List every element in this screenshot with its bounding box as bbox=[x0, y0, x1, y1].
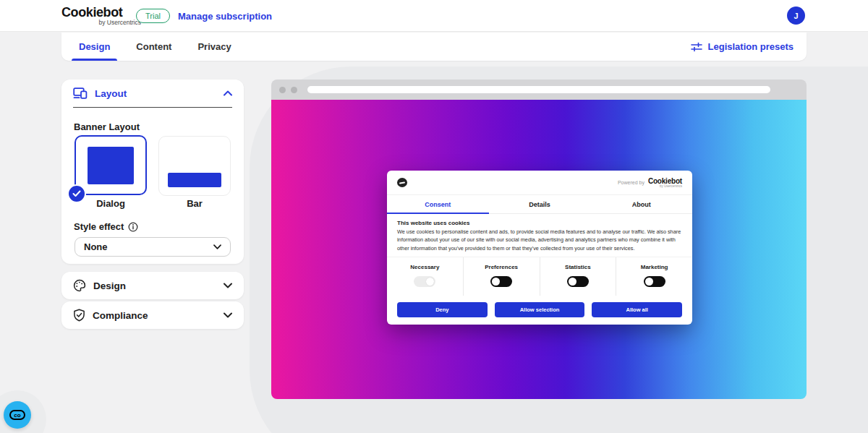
compliance-section-title: Compliance bbox=[93, 310, 224, 321]
layout-section-header[interactable]: Layout bbox=[61, 80, 244, 107]
shield-check-icon bbox=[73, 309, 85, 322]
chevron-down-icon bbox=[224, 312, 232, 318]
legislation-presets-button[interactable]: Legislation presets bbox=[691, 33, 793, 61]
consent-buttons: Deny Allow selection Allow all bbox=[387, 296, 692, 317]
banner-layout-option-bar[interactable] bbox=[158, 136, 231, 196]
consent-description: We use cookies to personalise content an… bbox=[397, 228, 682, 252]
category-label: Marketing bbox=[641, 264, 668, 270]
banner-layout-label: Banner Layout bbox=[74, 121, 140, 132]
chevron-down-icon bbox=[224, 283, 232, 288]
brand-name: Cookiebot bbox=[61, 5, 141, 20]
legislation-presets-label: Legislation presets bbox=[708, 41, 793, 52]
palette-icon bbox=[73, 279, 86, 292]
top-header: Cookiebot by Usercentrics Trial Manage s… bbox=[0, 0, 868, 32]
consent-body: This website uses cookies We use cookies… bbox=[387, 214, 692, 257]
trial-badge: Trial bbox=[136, 9, 170, 23]
chevron-up-icon bbox=[224, 90, 232, 96]
category-label: Preferences bbox=[485, 264, 518, 270]
category-statistics: Statistics bbox=[540, 257, 617, 296]
allow-all-button[interactable]: Allow all bbox=[592, 302, 682, 317]
statistics-toggle[interactable] bbox=[567, 276, 589, 287]
cookiebot-widget-button[interactable]: co bbox=[4, 401, 31, 429]
cookie-logo-icon bbox=[397, 178, 407, 187]
consent-tabs: Consent Details About bbox=[387, 195, 692, 214]
layout-section-card: Layout Banner Layout Dialog Bar Style ef… bbox=[61, 80, 244, 264]
tab-content[interactable]: Content bbox=[123, 33, 184, 61]
banner-preview: Powered by Cookiebot by Usercentrics Con… bbox=[271, 80, 807, 399]
layout-section-title: Layout bbox=[95, 88, 224, 99]
layout-icon bbox=[73, 87, 88, 99]
section-divider bbox=[73, 107, 232, 108]
consent-tab-about[interactable]: About bbox=[590, 195, 692, 213]
dialog-option-label: Dialog bbox=[75, 198, 147, 209]
preferences-toggle[interactable] bbox=[490, 276, 512, 287]
category-label: Statistics bbox=[565, 264, 591, 270]
tab-design[interactable]: Design bbox=[66, 33, 123, 61]
design-section-title: Design bbox=[93, 280, 224, 291]
manage-subscription-link[interactable]: Manage subscription bbox=[178, 11, 272, 22]
user-avatar[interactable]: J bbox=[787, 7, 805, 25]
consent-tab-details[interactable]: Details bbox=[489, 195, 591, 213]
consent-tab-consent[interactable]: Consent bbox=[387, 195, 489, 213]
consent-heading: This website uses cookies bbox=[397, 220, 682, 226]
style-effect-dropdown[interactable]: None bbox=[75, 237, 231, 257]
nav-tabbar: Design Content Privacy Legislation prese… bbox=[61, 33, 807, 61]
dialog-thumbnail bbox=[88, 147, 134, 184]
bar-thumbnail bbox=[168, 173, 221, 187]
style-effect-label: Style effect bbox=[74, 221, 124, 232]
chevron-down-icon bbox=[213, 244, 221, 249]
style-effect-row: Style effect bbox=[74, 221, 138, 232]
bar-option-label: Bar bbox=[158, 198, 231, 209]
allow-selection-button[interactable]: Allow selection bbox=[495, 302, 585, 317]
consent-header: Powered by Cookiebot by Usercentrics bbox=[387, 171, 692, 195]
sliders-icon bbox=[691, 42, 702, 52]
consent-categories: Necessary Preferences Statistics Marketi… bbox=[387, 257, 692, 296]
deny-button[interactable]: Deny bbox=[397, 302, 488, 317]
browser-dot bbox=[291, 87, 297, 93]
info-icon[interactable] bbox=[128, 222, 138, 232]
category-label: Necessary bbox=[410, 264, 439, 270]
tab-privacy[interactable]: Privacy bbox=[184, 33, 244, 61]
banner-layout-option-dialog[interactable] bbox=[75, 135, 147, 195]
category-preferences: Preferences bbox=[464, 257, 540, 296]
browser-chrome-bar bbox=[271, 80, 807, 100]
powered-by-text: Powered by bbox=[618, 180, 644, 185]
necessary-toggle bbox=[414, 276, 435, 287]
cookiebot-logo: Cookiebot by Usercentrics bbox=[61, 5, 141, 26]
style-effect-value: None bbox=[84, 241, 213, 252]
marketing-toggle[interactable] bbox=[644, 276, 665, 287]
check-icon bbox=[72, 190, 81, 197]
category-marketing: Marketing bbox=[616, 257, 692, 296]
cookiebot-mark-icon: co bbox=[9, 410, 25, 420]
compliance-section-header[interactable]: Compliance bbox=[61, 301, 244, 329]
browser-dot bbox=[279, 87, 286, 93]
compliance-section-card: Compliance bbox=[61, 301, 244, 329]
design-section-card: Design bbox=[61, 272, 244, 299]
design-section-header[interactable]: Design bbox=[61, 272, 244, 299]
browser-url-bar bbox=[307, 86, 770, 93]
category-necessary: Necessary bbox=[387, 257, 464, 296]
consent-dialog-preview: Powered by Cookiebot by Usercentrics Con… bbox=[387, 171, 692, 325]
powered-by: Powered by Cookiebot by Usercentrics bbox=[618, 177, 682, 188]
